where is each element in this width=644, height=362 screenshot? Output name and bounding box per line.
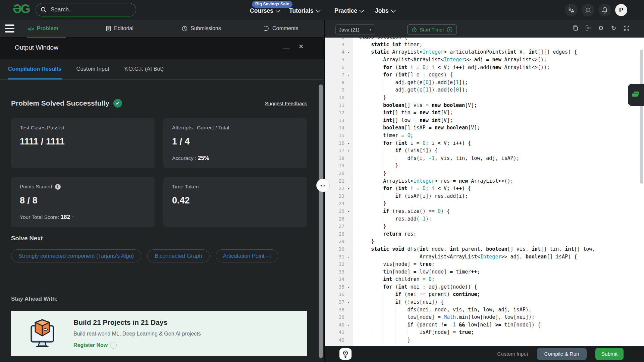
close-icon[interactable]: ✕	[299, 43, 304, 50]
line-number: 24	[325, 201, 344, 206]
code-line: 31▾ ArrayList<ArrayList<Integer>> adj, b…	[325, 253, 644, 260]
translate-button[interactable]	[565, 4, 578, 16]
fold-marker-icon[interactable]: ▾	[344, 50, 353, 54]
arrow-right-icon: →	[110, 342, 117, 349]
stopwatch-icon	[412, 27, 417, 33]
fold-marker-icon[interactable]: ▾	[344, 186, 353, 190]
code-line: 33 tin[node] = low[node] = timer++;	[325, 268, 644, 276]
nav-item-tutorials[interactable]: Tutorials	[289, 7, 320, 14]
nav-item-courses[interactable]: Courses	[250, 7, 280, 14]
score-up-arrow-icon: ↑	[71, 214, 74, 220]
avatar[interactable]: P	[615, 4, 627, 16]
tab-submissions[interactable]: Submissions	[182, 20, 221, 37]
fold-marker-icon[interactable]: ▾	[344, 285, 353, 289]
editor-footer-bar: Custom Input Compile & Run Submit	[325, 346, 644, 362]
nav-item-jobs[interactable]: Jobs	[375, 7, 395, 14]
fold-spacer	[344, 249, 353, 249]
left-panel-scrollbar[interactable]	[319, 84, 323, 358]
search-box[interactable]	[36, 3, 136, 16]
card-label: Test Cases Passed	[20, 125, 64, 131]
tab-compilation-results[interactable]: Compilation Results	[8, 59, 62, 79]
code-tag-icon: </>	[28, 26, 34, 32]
card-points: Points Scored i 8 / 8 Your Total Score: …	[11, 177, 155, 227]
fold-spacer	[344, 158, 353, 159]
minimize-icon[interactable]: —	[283, 45, 289, 52]
code-line: 19 }	[325, 162, 644, 170]
fold-spacer	[344, 44, 353, 45]
copy-icon[interactable]	[572, 25, 579, 31]
gfg-logo[interactable]: ƏG	[13, 2, 30, 16]
nav-item-label: Practice	[334, 7, 357, 14]
code-line: 3 static int timer;	[325, 41, 644, 49]
fold-spacer	[344, 196, 353, 196]
code-line: 14 boolean[] isAP = new boolean[V];	[325, 124, 644, 132]
language-selector[interactable]: Java (21) ▾	[335, 24, 375, 35]
register-now-link[interactable]: Register Now →	[73, 342, 201, 349]
code-line: 12 int[] tin = new int[V];	[325, 109, 644, 117]
chip-biconnected-graph[interactable]: Biconnected Graph	[147, 249, 209, 262]
export-code-icon[interactable]	[585, 25, 591, 31]
fold-spacer	[344, 82, 353, 83]
notifications-button[interactable]	[598, 4, 611, 16]
comment-icon	[264, 26, 269, 32]
code-line: 6 for (int i = 0; i < V; i++) adj.add(ne…	[325, 63, 644, 71]
code-line: 27 }	[325, 223, 644, 230]
hamburger-menu-icon[interactable]	[5, 24, 14, 33]
fold-spacer	[344, 264, 353, 264]
card-value: 8 / 8	[20, 195, 146, 206]
nav-item-label: Jobs	[375, 7, 389, 14]
suggest-feedback-link[interactable]: Suggest Feedback	[265, 101, 307, 106]
code-line: 8 adj.get(e[0]).add(e[1]);	[325, 79, 644, 86]
nav-item-practice[interactable]: Practice	[334, 7, 364, 14]
sun-icon	[584, 6, 592, 14]
code-line: 30 static void dfs(int node, int parent,…	[325, 245, 644, 253]
tab-yogi-ai-bot[interactable]: Y.O.G.I. (AI Bot)	[124, 59, 164, 79]
fold-marker-icon[interactable]: ▾	[344, 323, 353, 327]
fold-spacer	[344, 234, 353, 234]
tab-problem[interactable]: </> Problem	[27, 20, 66, 38]
promo-subtitle: Build real-world ML, Deep Learning & Gen…	[73, 331, 201, 337]
reset-code-icon[interactable]: ↻	[610, 25, 617, 31]
fullscreen-icon[interactable]	[623, 25, 630, 31]
tab-comments[interactable]: Comments	[264, 20, 298, 37]
code-line: 41 isAP[node] = true;	[325, 328, 644, 336]
code-line: 9 adj.get(e[1]).add(e[0]);	[325, 86, 644, 94]
code-lines: 2class Solution {3 static int timer;4▾ s…	[325, 38, 644, 344]
settings-gear-icon[interactable]: ⚙	[598, 25, 604, 31]
fold-marker-icon[interactable]: ▾	[344, 209, 353, 213]
accuracy-line: Accuracy : 25%	[172, 155, 298, 162]
info-icon[interactable]: i	[55, 184, 61, 190]
card-label: Points Scored	[20, 184, 52, 190]
fold-spacer	[344, 294, 353, 295]
submit-button[interactable]: Submit	[595, 348, 624, 360]
tab-editorial[interactable]: Editorial	[106, 20, 133, 37]
fold-marker-icon[interactable]: ▾	[344, 300, 353, 304]
code-editor[interactable]: 2class Solution {3 static int timer;4▾ s…	[325, 38, 644, 346]
tab-custom-input[interactable]: Custom Input	[76, 59, 109, 79]
fold-marker-icon[interactable]: ▾	[344, 255, 353, 259]
search-input[interactable]	[50, 6, 128, 13]
chip-strongly-connected[interactable]: Strongly connected component (Tarjans's …	[11, 249, 141, 262]
fold-marker-icon[interactable]: ▾	[344, 141, 353, 145]
chip-articulation-point[interactable]: Articulation Point - I	[216, 249, 278, 262]
code-line: 24 }	[325, 200, 644, 207]
fold-spacer	[344, 67, 353, 68]
accuracy-value: 25%	[198, 155, 209, 161]
navbar-actions: P	[565, 4, 627, 16]
code-line: 18 dfs(i, -1, vis, tin, low, adj, isAP);	[325, 155, 644, 162]
editor-scrollbar[interactable]	[640, 50, 643, 184]
promo-banner[interactable]: Build 21 Projects in 21 Days Build real-…	[11, 311, 307, 356]
code-line: 20 }	[325, 170, 644, 177]
panel-resize-handle[interactable]: ◂|▸	[316, 179, 330, 192]
code-line: 39 low[node] = Math.min(low[node], low[n…	[325, 313, 644, 321]
accuracy-label: Accuracy :	[172, 155, 196, 161]
custom-input-link[interactable]: Custom Input	[497, 351, 528, 357]
theme-toggle-button[interactable]	[582, 4, 594, 16]
hint-button[interactable]	[339, 348, 352, 360]
compile-run-button[interactable]: Compile & Run	[537, 348, 587, 360]
fold-marker-icon[interactable]: ▾	[344, 73, 353, 77]
fold-marker-icon[interactable]: ▾	[344, 148, 353, 153]
chat-side-tab[interactable]	[628, 84, 644, 106]
start-timer-button[interactable]: Start Timer	[407, 24, 457, 35]
solve-next-heading: Solve Next	[11, 235, 43, 242]
